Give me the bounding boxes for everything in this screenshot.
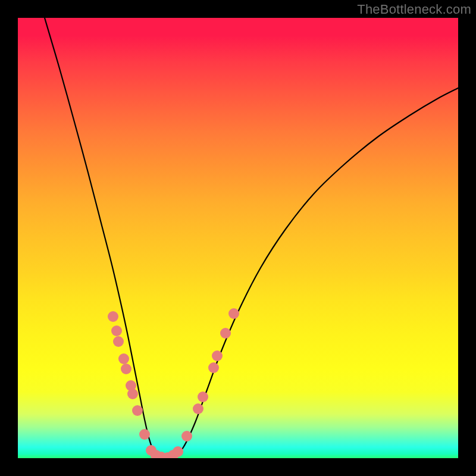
data-dot (228, 308, 239, 319)
data-dot (220, 328, 231, 339)
data-dot (208, 362, 219, 373)
data-dot (121, 364, 131, 374)
chart-svg (18, 18, 458, 458)
data-dot (139, 429, 150, 440)
data-dot (181, 431, 192, 441)
data-dot (111, 325, 122, 336)
right-curve (167, 88, 458, 458)
watermark-text: TheBottleneck.com (357, 2, 471, 17)
data-dot (193, 403, 203, 414)
data-dot (173, 446, 183, 457)
chart-container: TheBottleneck.com (0, 0, 476, 476)
data-dot (212, 350, 223, 361)
left-curve (45, 18, 167, 458)
curves-group (45, 18, 458, 458)
data-dot (198, 392, 208, 402)
data-dot (118, 353, 129, 364)
data-dot (132, 405, 143, 416)
data-dot (113, 336, 124, 347)
data-dot (108, 311, 118, 322)
data-dot (127, 389, 138, 399)
plot-area (18, 18, 458, 458)
